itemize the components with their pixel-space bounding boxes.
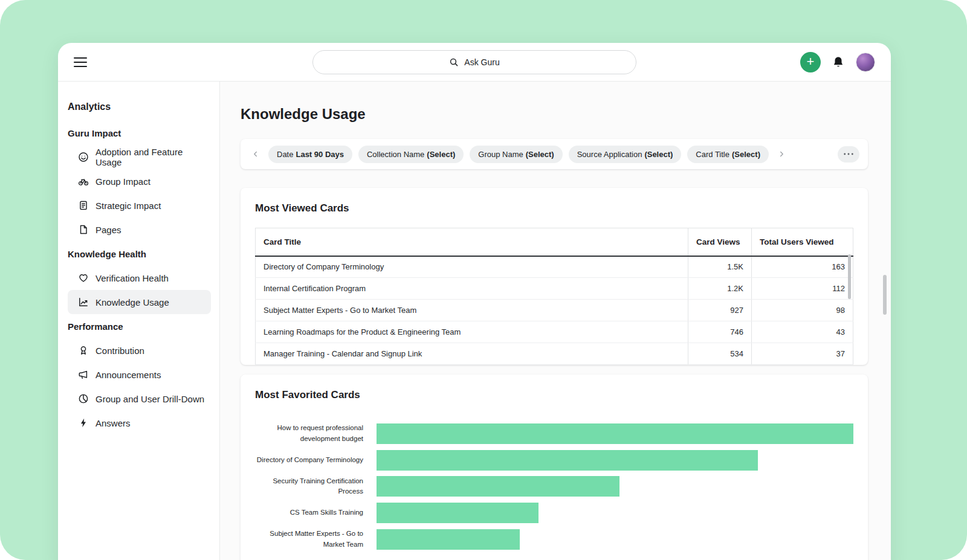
sidebar-item-label: Adoption and Feature Usage: [95, 147, 205, 167]
cell-views: 1.5K: [688, 256, 752, 278]
topbar-actions: +: [800, 52, 875, 72]
add-button[interactable]: +: [800, 52, 821, 72]
page-title: Knowledge Usage: [241, 106, 868, 123]
cell-title: Subject Matter Experts - Go to Market Te…: [256, 300, 688, 321]
sidebar-item-label: Verification Health: [95, 273, 169, 283]
sidebar-item-group-impact[interactable]: Group Impact: [68, 169, 211, 193]
most-favorited-card: Most Favorited Cards How to request prof…: [241, 375, 868, 560]
chart-category-label: Directory of Company Terminology: [255, 455, 377, 466]
sidebar-item-label: Pages: [95, 225, 121, 235]
cell-users: 163: [752, 256, 853, 278]
cell-title: Directory of Company Terminology: [256, 256, 688, 278]
sidebar-item-label: Strategic Impact: [95, 201, 161, 211]
sidebar-item-announcements[interactable]: Announcements: [68, 362, 211, 387]
table-row[interactable]: Learning Roadmaps for the Product & Engi…: [256, 321, 853, 343]
chart-bar[interactable]: [377, 423, 853, 444]
sidebar-item-contribution[interactable]: Contribution: [68, 338, 211, 362]
page-icon: [78, 224, 89, 235]
desktop-background: Ask Guru + Analytics Guru ImpactAdoption…: [0, 0, 967, 560]
chart-bar[interactable]: [377, 450, 758, 471]
sidebar-section-knowledge-health: Knowledge Health: [68, 242, 211, 266]
chart-row: Directory of Company Terminology: [255, 450, 853, 471]
chart-row: Subject Matter Experts - Go to Market Te…: [255, 529, 853, 550]
sidebar-item-label: Knowledge Usage: [95, 297, 169, 307]
pie-chart-icon: [78, 393, 89, 404]
chart-bar-track: [377, 476, 853, 497]
search-icon: [449, 57, 459, 67]
filter-pill-card-title[interactable]: Card Title(Select): [687, 146, 769, 163]
sidebar-item-strategic-impact[interactable]: Strategic Impact: [68, 193, 211, 217]
filter-pill-list: DateLast 90 DaysCollection Name(Select)G…: [268, 146, 769, 163]
table-header-row: Card Title Card Views Total Users Viewed: [256, 228, 853, 256]
sidebar-item-adoption-and-feature-usage[interactable]: Adoption and Feature Usage: [68, 145, 211, 169]
cell-views: 1.2K: [688, 278, 752, 300]
chart-bar[interactable]: [377, 529, 520, 550]
table-row[interactable]: Internal Certification Program1.2K112: [256, 278, 853, 300]
chart-bar-track: [377, 503, 853, 523]
column-header-total-users-viewed: Total Users Viewed: [752, 228, 853, 256]
chart-bar[interactable]: [377, 503, 538, 523]
trend-chart-icon: [78, 297, 89, 307]
cell-users: 112: [752, 278, 853, 300]
sidebar-item-label: Group and User Drill-Down: [95, 394, 204, 404]
filter-bar: DateLast 90 DaysCollection Name(Select)G…: [241, 139, 868, 169]
bike-icon: [78, 176, 89, 187]
filter-pill-source-application[interactable]: Source Application(Select): [569, 146, 682, 163]
chart-row: How to request professional development …: [255, 423, 853, 445]
main-content: Knowledge Usage DateLast 90 DaysCollecti…: [220, 82, 891, 560]
cell-users: 98: [752, 300, 853, 321]
sidebar-item-answers[interactable]: Answers: [68, 411, 211, 435]
main-scrollbar[interactable]: [883, 275, 887, 315]
sidebar-section-performance: Performance: [68, 314, 211, 338]
sidebar-item-group-and-user-drill-down[interactable]: Group and User Drill-Down: [68, 387, 211, 411]
cell-title: Learning Roadmaps for the Product & Engi…: [256, 321, 688, 343]
table-scrollbar[interactable]: [848, 254, 851, 299]
sidebar-item-pages[interactable]: Pages: [68, 217, 211, 242]
note-icon: [78, 200, 89, 211]
cell-users: 37: [752, 343, 853, 365]
filter-pill-collection-name[interactable]: Collection Name(Select): [358, 146, 464, 163]
menu-icon[interactable]: [74, 57, 87, 67]
chart-bar-track: [377, 450, 853, 471]
table-row[interactable]: Manager Training - Calendar and Signup L…: [256, 343, 853, 365]
most-viewed-table: Card Title Card Views Total Users Viewed…: [255, 228, 853, 365]
chart-row: Security Training Certification Process: [255, 476, 853, 498]
cell-title: Internal Certification Program: [256, 278, 688, 300]
chevron-right-icon[interactable]: [775, 147, 788, 161]
megaphone-icon: [78, 369, 89, 380]
filter-pill-date[interactable]: DateLast 90 Days: [268, 146, 352, 163]
column-header-card-title: Card Title: [256, 228, 688, 256]
filter-pill-group-name[interactable]: Group Name(Select): [470, 146, 562, 163]
more-filters-icon[interactable]: [838, 146, 859, 163]
search-input[interactable]: Ask Guru: [312, 50, 636, 74]
sidebar-item-label: Answers: [95, 418, 131, 428]
chart-category-label: Security Training Certification Process: [255, 476, 377, 498]
user-avatar[interactable]: [856, 53, 875, 72]
most-favorited-title: Most Favorited Cards: [255, 389, 853, 401]
sidebar-item-label: Announcements: [95, 370, 161, 380]
smiley-icon: [78, 152, 89, 163]
window-body: Analytics Guru ImpactAdoption and Featur…: [58, 82, 891, 560]
cell-views: 927: [688, 300, 752, 321]
table-row[interactable]: Subject Matter Experts - Go to Market Te…: [256, 300, 853, 321]
chart-bar[interactable]: [377, 476, 619, 497]
chart-bar-track: [377, 423, 853, 444]
bell-icon[interactable]: [832, 56, 845, 69]
most-viewed-card: Most Viewed Cards Card Title Card Views …: [241, 188, 868, 365]
search-placeholder: Ask Guru: [464, 57, 499, 67]
sidebar-title: Analytics: [68, 97, 211, 117]
chart-bar-track: [377, 529, 853, 550]
column-header-card-views: Card Views: [688, 228, 752, 256]
cell-views: 534: [688, 343, 752, 365]
chevron-left-icon[interactable]: [249, 147, 262, 161]
award-icon: [78, 345, 89, 356]
sidebar-item-label: Group Impact: [95, 176, 150, 187]
table-row[interactable]: Directory of Company Terminology1.5K163: [256, 256, 853, 278]
sidebar-item-label: Contribution: [95, 346, 144, 356]
sidebar-item-knowledge-usage[interactable]: Knowledge Usage: [68, 290, 211, 314]
chart-category-label: How to request professional development …: [255, 423, 377, 445]
sidebar-section-guru-impact: Guru Impact: [68, 121, 211, 145]
lightning-icon: [78, 417, 89, 428]
cell-users: 43: [752, 321, 853, 343]
sidebar-item-verification-health[interactable]: Verification Health: [68, 266, 211, 290]
